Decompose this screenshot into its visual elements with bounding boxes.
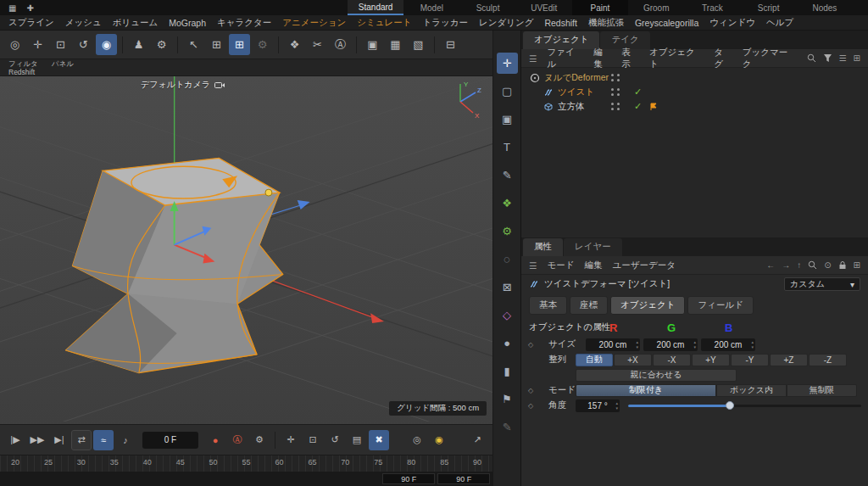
- align-plus-z-button[interactable]: +Z: [770, 354, 808, 366]
- mode-unlimited-button[interactable]: 無制限: [787, 384, 857, 397]
- spinner-icon[interactable]: ▴▾: [636, 339, 638, 349]
- section-tab-coord[interactable]: 座標: [570, 296, 608, 315]
- object-name[interactable]: ヌルでDeformer: [544, 72, 609, 84]
- key-rotation-button[interactable]: ↺: [325, 430, 345, 450]
- material-icon[interactable]: Ⓐ: [330, 34, 351, 55]
- axis-orientation-gizmo[interactable]: Y Z X: [447, 78, 486, 119]
- filter-funnel-icon[interactable]: [823, 53, 832, 63]
- menu-mesh[interactable]: メッシュ: [65, 17, 102, 29]
- key-parameter-button[interactable]: ▤: [347, 430, 367, 450]
- wire-sphere-icon[interactable]: ◌: [497, 249, 518, 270]
- angle-slider-handle[interactable]: [726, 401, 734, 410]
- key-pla-button[interactable]: ✖: [369, 430, 389, 450]
- object-name[interactable]: ツイスト: [558, 87, 594, 98]
- character-tools-icon[interactable]: ♟: [128, 34, 149, 55]
- object-tag-icon[interactable]: [649, 103, 658, 113]
- viewport-canvas[interactable]: [0, 76, 492, 422]
- tab-attributes[interactable]: 属性: [523, 238, 563, 256]
- viewport-menu-redshift[interactable]: Redshift: [8, 68, 35, 76]
- menu-spline[interactable]: スプライン: [8, 17, 54, 29]
- preset-dropdown[interactable]: カスタム ▾: [784, 277, 860, 291]
- spinner-icon[interactable]: ▴▾: [693, 339, 696, 349]
- om-menu-tags[interactable]: タグ: [714, 47, 732, 70]
- live-selection-icon[interactable]: ◎: [4, 34, 25, 55]
- tree-item-twist[interactable]: ツイスト ✓: [521, 85, 868, 99]
- window-menu-icon[interactable]: ▦: [8, 3, 16, 13]
- size-z-field[interactable]: 200 cm▴▾: [701, 338, 755, 351]
- marquee-select-icon[interactable]: ▢: [497, 81, 518, 102]
- spinner-icon[interactable]: ▴▾: [751, 339, 754, 349]
- keyframe-selection-button[interactable]: ◎: [407, 430, 427, 450]
- lock-icon[interactable]: [838, 260, 847, 270]
- modeling-settings-icon[interactable]: ⚙: [252, 34, 273, 55]
- menu-greyscalegorilla[interactable]: Greyscalegorilla: [635, 18, 698, 28]
- search-icon[interactable]: [808, 260, 817, 270]
- mode-limited-button[interactable]: 制限付き: [576, 384, 716, 397]
- menu-extensions[interactable]: 機能拡張: [588, 17, 624, 29]
- grid-view-icon[interactable]: ⊞: [854, 53, 860, 63]
- scale-tool-icon[interactable]: ⊡: [50, 34, 71, 55]
- key-scale-button[interactable]: ⊡: [303, 430, 323, 450]
- layout-icon[interactable]: ⊞: [854, 260, 860, 270]
- object-name[interactable]: 立方体: [558, 101, 585, 113]
- keying-settings-button[interactable]: ⚙: [249, 430, 270, 450]
- twisted-cube-object[interactable]: [65, 158, 282, 372]
- keyable-diamond-icon[interactable]: ◇: [528, 387, 538, 394]
- fcurve-button[interactable]: ↗: [467, 430, 487, 450]
- edit-pen-icon[interactable]: ✎: [497, 416, 518, 438]
- rotate-tool-icon[interactable]: ↺: [73, 34, 94, 55]
- align-minus-y-button[interactable]: -Y: [731, 354, 769, 366]
- om-menu-view[interactable]: 表示: [621, 47, 639, 70]
- align-minus-x-button[interactable]: -X: [653, 354, 691, 366]
- viewport-menu-panel[interactable]: パネル: [52, 59, 74, 70]
- menu-window[interactable]: ウィンドウ: [709, 17, 755, 29]
- list-view-icon[interactable]: ☰: [839, 53, 847, 63]
- enabled-check-icon[interactable]: ✓: [634, 101, 642, 112]
- search-icon[interactable]: [807, 53, 816, 63]
- range-end-field[interactable]: 90 F: [437, 473, 490, 484]
- workspace-tab-script[interactable]: Script: [741, 0, 797, 15]
- workspace-tab-sculpt[interactable]: Sculpt: [459, 0, 515, 15]
- transform-tool-icon[interactable]: ✛: [497, 53, 518, 74]
- om-menu-file[interactable]: ファイル: [547, 47, 583, 70]
- camera-label[interactable]: デフォルトカメラ: [141, 79, 225, 91]
- om-menu-bookmarks[interactable]: ブックマーク: [743, 47, 797, 70]
- burger-icon[interactable]: ☰: [529, 53, 537, 64]
- tree-item-cube[interactable]: 立方体 ✓: [521, 99, 868, 114]
- mograph-icon[interactable]: ❖: [284, 34, 305, 55]
- current-frame-field[interactable]: 0 F: [142, 432, 198, 449]
- timeline-ruler[interactable]: 20 25 30 35 40 45 50 55 60 65 70 75 80 8…: [0, 455, 492, 472]
- tab-layers[interactable]: レイヤー: [564, 238, 622, 256]
- symmetry-icon[interactable]: ◇: [497, 304, 518, 326]
- menu-rendering[interactable]: レンダリング: [479, 17, 533, 29]
- workspace-tab-track[interactable]: Track: [684, 0, 740, 15]
- align-auto-button[interactable]: 自動: [576, 354, 613, 366]
- up-level-icon[interactable]: ↑: [797, 260, 801, 270]
- simulation-scene-icon[interactable]: ⚙: [497, 221, 518, 242]
- grid-toggle-icon[interactable]: ⊞: [206, 34, 227, 55]
- am-menu-userdata[interactable]: ユーザーデータ: [612, 260, 675, 271]
- history-back-icon[interactable]: ←: [766, 260, 775, 270]
- text-tool-icon[interactable]: T: [497, 137, 518, 158]
- field-icon[interactable]: ⚑: [497, 388, 518, 410]
- om-menu-edit[interactable]: 編集: [593, 47, 611, 70]
- workspace-tab-groom[interactable]: Groom: [628, 0, 684, 15]
- preview-end-field[interactable]: 90 F: [382, 473, 435, 484]
- motion-mode-button[interactable]: ≈: [93, 430, 114, 450]
- render-view-icon[interactable]: ▣: [362, 34, 383, 55]
- workplane-icon[interactable]: ⊠: [497, 277, 518, 298]
- menu-simulate[interactable]: シミュレート: [357, 17, 411, 29]
- move-tool-icon[interactable]: ✛: [27, 34, 48, 55]
- autokey-button[interactable]: Ⓐ: [227, 430, 248, 450]
- goto-end-button[interactable]: ▶|: [49, 430, 70, 450]
- sound-button[interactable]: ♪: [115, 430, 136, 450]
- align-plus-y-button[interactable]: +Y: [692, 354, 730, 366]
- visibility-dots[interactable]: [611, 88, 620, 96]
- viewport-3d[interactable]: デフォルトカメラ Y Z X グリッド間隔 : 500 cm: [0, 76, 492, 424]
- mode-within-box-button[interactable]: ボックス内: [716, 384, 787, 397]
- play-button[interactable]: ▶▶: [27, 430, 47, 450]
- size-x-field[interactable]: 200 cm▴▾: [586, 338, 640, 351]
- angle-slider[interactable]: [628, 400, 861, 411]
- am-menu-mode[interactable]: モード: [547, 260, 574, 271]
- keyable-diamond-icon[interactable]: ◇: [528, 402, 538, 410]
